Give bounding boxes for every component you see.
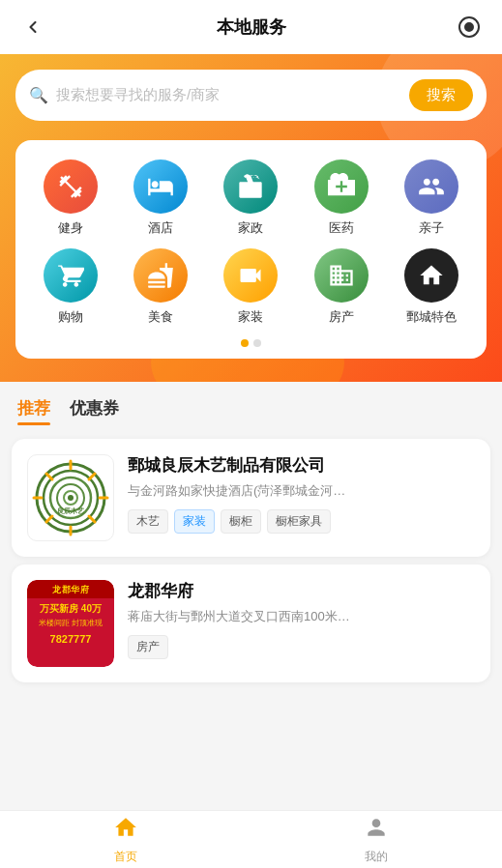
svg-text:良辰木艺: 良辰木艺 xyxy=(57,506,85,515)
category-icon-fitness xyxy=(44,159,98,214)
business-card-longjun[interactable]: 龙郡华府 万买新房 40万 米楼间距 封顶准现 7827777 龙郡华府 蒋庙大… xyxy=(12,564,490,682)
banner: 🔍 搜索想要寻找的服务/商家 搜索 健身 酒店 xyxy=(0,54,502,382)
category-icon-special xyxy=(404,248,458,303)
search-bar: 🔍 搜索想要寻找的服务/商家 搜索 xyxy=(15,70,487,121)
nav-mine[interactable]: 我的 xyxy=(251,811,503,868)
home-icon xyxy=(113,815,138,846)
page-title: 本地服务 xyxy=(217,15,286,39)
category-item-fitness[interactable]: 健身 xyxy=(25,159,115,237)
tag-chugui: 橱柜 xyxy=(221,509,261,534)
mine-icon xyxy=(364,815,389,846)
business-card-liangchen[interactable]: 良辰木艺 鄄城良辰木艺制品有限公司 与金河路如家快捷酒店(菏泽鄄城金河… 木艺 … xyxy=(12,439,490,557)
business-desc-longjun: 蒋庙大街与鄄州大道交叉口西南100米… xyxy=(128,608,475,625)
category-icon-home xyxy=(223,159,278,214)
category-label-special: 鄄城特色 xyxy=(406,308,457,326)
tag-muyi: 木艺 xyxy=(128,509,168,534)
category-item-food[interactable]: 美食 xyxy=(115,248,205,326)
category-icon-kids xyxy=(404,159,458,214)
nav-home[interactable]: 首页 xyxy=(0,811,251,868)
category-label-shopping: 购物 xyxy=(58,308,83,326)
nav-home-label: 首页 xyxy=(114,849,137,865)
liangchen-logo-svg: 良辰木艺 xyxy=(32,459,109,536)
category-grid: 健身 酒店 家政 xyxy=(25,159,477,326)
category-item-special[interactable]: 鄄城特色 xyxy=(387,248,477,326)
svg-line-15 xyxy=(46,516,52,522)
main-content: 🔍 搜索想要寻找的服务/商家 搜索 健身 酒店 xyxy=(0,54,502,758)
back-button[interactable] xyxy=(17,12,48,43)
business-info-liangchen: 鄄城良辰木艺制品有限公司 与金河路如家快捷酒店(菏泽鄄城金河… 木艺 家装 橱柜… xyxy=(128,454,475,541)
category-item-shopping[interactable]: 购物 xyxy=(25,248,115,326)
tabs-bar: 推荐 优惠券 xyxy=(0,382,502,431)
svg-line-13 xyxy=(89,516,95,522)
category-label-decor: 家装 xyxy=(238,308,263,326)
search-icon: 🔍 xyxy=(29,86,48,104)
category-item-realty[interactable]: 房产 xyxy=(296,248,386,326)
category-label-realty: 房产 xyxy=(329,308,354,326)
longjun-logo-top: 龙郡华府 xyxy=(27,580,114,598)
svg-line-14 xyxy=(89,474,95,479)
nav-mine-label: 我的 xyxy=(365,849,388,865)
svg-point-7 xyxy=(68,495,74,501)
tag-fangchan: 房产 xyxy=(128,635,168,659)
category-icon-hotel xyxy=(133,159,188,214)
svg-line-12 xyxy=(46,474,52,479)
business-logo-liangchen: 良辰木艺 xyxy=(27,454,114,541)
page-indicators xyxy=(25,339,477,347)
business-desc-liangchen: 与金河路如家快捷酒店(菏泽鄄城金河… xyxy=(128,482,475,500)
header: 本地服务 xyxy=(0,0,502,54)
longjun-logo-mid: 万买新房 40万 米楼间距 封顶准现 7827777 xyxy=(27,598,114,650)
category-label-home: 家政 xyxy=(238,219,263,237)
search-button[interactable]: 搜索 xyxy=(409,79,473,111)
category-label-kids: 亲子 xyxy=(419,219,444,237)
tab-coupon[interactable]: 优惠券 xyxy=(70,397,119,423)
business-logo-longjun: 龙郡华府 万买新房 40万 米楼间距 封顶准现 7827777 xyxy=(27,580,114,667)
category-icon-food xyxy=(133,248,188,303)
tag-jiazhuang: 家装 xyxy=(174,509,215,534)
business-name-liangchen: 鄄城良辰木艺制品有限公司 xyxy=(128,454,475,477)
bottom-nav: 首页 我的 xyxy=(0,810,502,868)
category-label-food: 美食 xyxy=(148,308,173,326)
business-info-longjun: 龙郡华府 蒋庙大街与鄄州大道交叉口西南100米… 房产 xyxy=(128,580,475,667)
business-tags-liangchen: 木艺 家装 橱柜 橱柜家具 xyxy=(128,509,475,534)
category-item-medical[interactable]: 医药 xyxy=(296,159,386,237)
category-icon-realty xyxy=(314,248,369,303)
longjun-logo-container: 龙郡华府 万买新房 40万 米楼间距 封顶准现 7827777 xyxy=(27,580,114,667)
category-label-fitness: 健身 xyxy=(58,219,83,237)
indicator-dot-2 xyxy=(253,339,261,347)
record-button[interactable] xyxy=(454,12,485,43)
tag-chugui-jiaju: 橱柜家具 xyxy=(267,509,331,534)
category-item-kids[interactable]: 亲子 xyxy=(387,159,477,237)
indicator-dot-1 xyxy=(241,339,249,347)
category-label-hotel: 酒店 xyxy=(148,219,173,237)
category-item-hotel[interactable]: 酒店 xyxy=(115,159,205,237)
category-icon-shopping xyxy=(44,248,98,303)
search-input-placeholder[interactable]: 搜索想要寻找的服务/商家 xyxy=(56,86,409,104)
back-icon xyxy=(23,17,43,37)
record-icon xyxy=(458,15,481,39)
category-card: 健身 酒店 家政 xyxy=(15,140,487,359)
category-label-medical: 医药 xyxy=(329,219,354,237)
svg-point-1 xyxy=(465,23,473,31)
category-item-decor[interactable]: 家装 xyxy=(206,248,296,326)
business-name-longjun: 龙郡华府 xyxy=(128,580,475,602)
tab-recommend[interactable]: 推荐 xyxy=(17,397,50,423)
category-icon-medical xyxy=(314,159,369,214)
category-item-home[interactable]: 家政 xyxy=(206,159,296,237)
category-icon-decor xyxy=(223,248,278,303)
business-tags-longjun: 房产 xyxy=(128,635,475,659)
